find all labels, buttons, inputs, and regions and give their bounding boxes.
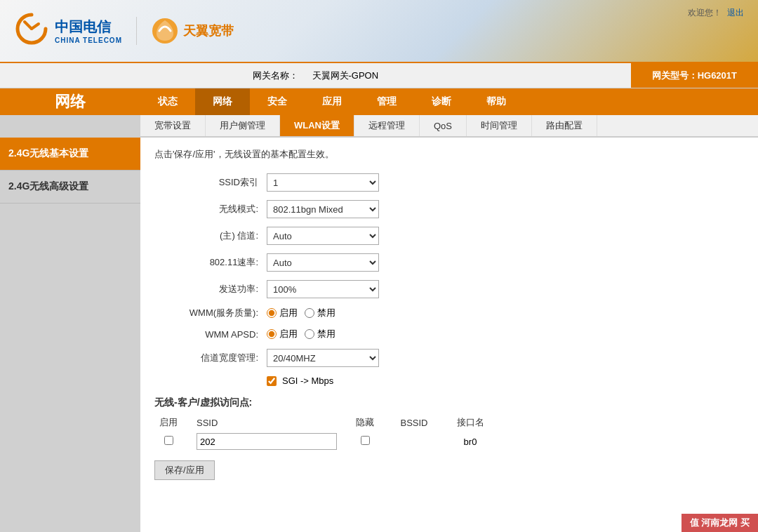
channel-bw-select[interactable]: 20/40MHZ 20MHZ 40MHZ	[267, 349, 379, 367]
network-section-label: 网络	[0, 88, 140, 115]
sub-nav-broadband[interactable]: 宽带设置	[140, 115, 206, 136]
nav-item-management[interactable]: 管理	[359, 88, 414, 115]
sidebar-item-basic[interactable]: 2.4G无线基本设置	[0, 138, 140, 171]
nav-item-security[interactable]: 安全	[250, 88, 305, 115]
settings-form: SSID索引 1 2 3 4 无线模式: 802.11bgn Mixed 8	[154, 173, 744, 386]
ssid-text-input[interactable]	[197, 433, 337, 450]
main-nav-wrapper: 网络 状态 网络 安全 应用 管理 诊断 帮助	[0, 88, 758, 115]
sub-nav-route[interactable]: 路由配置	[532, 115, 597, 136]
sgi-checkbox[interactable]	[267, 376, 277, 386]
sgi-row: SGI -> Mbps	[154, 375, 744, 386]
nav-item-network[interactable]: 网络	[195, 88, 250, 115]
channel-bw-row: 信道宽度管理: 20/40MHZ 20MHZ 40MHZ	[154, 349, 744, 367]
gateway-name-value: 天翼网关-GPON	[312, 69, 379, 82]
rate-row: 802.11速率: Auto 1M2M5.5M11M	[154, 253, 744, 272]
row-enable-checkbox[interactable]	[164, 436, 173, 445]
content-wrapper: 2.4G无线基本设置 2.4G无线高级设置 点击'保存/应用'，无线设置的基本配…	[0, 138, 758, 532]
wmmapsd-disable-radio[interactable]	[305, 329, 314, 339]
ssid-index-label: SSID索引	[154, 176, 267, 189]
channel-select[interactable]: Auto 1234 5678 91011	[267, 227, 379, 245]
nav-item-diagnosis[interactable]: 诊断	[414, 88, 469, 115]
tx-power-label: 发送功率:	[154, 283, 267, 295]
save-apply-button[interactable]: 保存/应用	[154, 460, 215, 480]
gateway-type-value: HG6201T	[698, 70, 737, 81]
wmmapsd-disable-label: 禁用	[317, 328, 335, 340]
wmm-enable-option[interactable]: 启用	[267, 307, 298, 319]
ssid-index-select[interactable]: 1 2 3 4	[267, 173, 379, 192]
gateway-type-area: 网关型号： HG6201T	[631, 63, 758, 88]
rate-label: 802.11速率:	[154, 256, 267, 269]
nav-item-apps[interactable]: 应用	[305, 88, 359, 115]
channel-bw-label: 信道宽度管理:	[154, 352, 267, 364]
wmm-disable-option[interactable]: 禁用	[305, 307, 335, 319]
col-interface-header: 接口名	[449, 416, 491, 429]
logo-english-text: CHINA TELECOM	[55, 36, 122, 44]
sub-nav: 宽带设置 用户侧管理 WLAN设置 远程管理 QoS 时间管理 路由配置	[140, 115, 758, 138]
wmm-enable-radio[interactable]	[267, 308, 277, 318]
channel-control: Auto 1234 5678 91011	[267, 227, 379, 245]
wireless-table: 启用 SSID 隐藏 BSSID 接口名 br0	[154, 416, 744, 450]
wmm-control: 启用 禁用	[267, 307, 335, 319]
logout-link[interactable]: 退出	[727, 8, 744, 18]
sub-nav-time[interactable]: 时间管理	[467, 115, 532, 136]
china-telecom-logo: 中国电信 CHINA TELECOM	[14, 11, 122, 51]
gateway-info: 网关名称： 天翼网关-GPON	[0, 63, 631, 88]
wmm-enable-label: 启用	[279, 307, 298, 319]
row-hide-checkbox[interactable]	[361, 436, 370, 445]
logo-chinese-text: 中国电信	[55, 18, 122, 36]
row-hide-cell	[351, 436, 379, 447]
col-bssid-header: BSSID	[393, 418, 435, 428]
sub-nav-wrapper: 宽带设置 用户侧管理 WLAN设置 远程管理 QoS 时间管理 路由配置	[0, 115, 758, 138]
main-nav-items: 状态 网络 安全 应用 管理 诊断 帮助	[140, 88, 758, 115]
wmm-label: WMM(服务质量):	[154, 307, 267, 319]
wmmapsd-label: WMM APSD:	[154, 329, 267, 340]
wmmapsd-row: WMM APSD: 启用 禁用	[154, 328, 744, 340]
top-info-bar: 网关名称： 天翼网关-GPON 网关型号： HG6201T	[0, 63, 758, 88]
tx-power-select[interactable]: 100% 75% 50% 25%	[267, 280, 379, 298]
sub-nav-qos[interactable]: QoS	[420, 115, 467, 136]
sidebar-item-advanced[interactable]: 2.4G无线高级设置	[0, 171, 140, 204]
watermark: 值 河南龙网 买	[681, 514, 758, 532]
gateway-type-label: 网关型号：	[652, 69, 698, 82]
main-content: 点击'保存/应用'，无线设置的基本配置生效。 SSID索引 1 2 3 4 无线…	[140, 138, 758, 532]
wmmapsd-enable-option[interactable]: 启用	[267, 328, 298, 340]
gateway-name-label: 网关名称：	[253, 69, 298, 82]
wireless-mode-row: 无线模式: 802.11bgn Mixed 802.11b 802.11g 80…	[154, 200, 744, 218]
channel-label: (主) 信道:	[154, 230, 267, 242]
header-right-area: 欢迎您！ 退出	[688, 7, 744, 19]
channel-row: (主) 信道: Auto 1234 5678 91011	[154, 227, 744, 245]
wmm-row: WMM(服务质量): 启用 禁用	[154, 307, 744, 319]
wireless-table-header: 启用 SSID 隐藏 BSSID 接口名	[154, 416, 744, 429]
tianyi-icon	[151, 17, 179, 45]
sidebar: 2.4G无线基本设置 2.4G无线高级设置	[0, 138, 140, 532]
nav-item-status[interactable]: 状态	[140, 88, 195, 115]
wmmapsd-control: 启用 禁用	[267, 328, 335, 340]
sgi-label: SGI -> Mbps	[282, 375, 333, 386]
ssid-index-row: SSID索引 1 2 3 4	[154, 173, 744, 192]
wmm-disable-radio[interactable]	[305, 308, 314, 318]
col-ssid-header: SSID	[197, 418, 337, 428]
wireless-mode-select[interactable]: 802.11bgn Mixed 802.11b 802.11g 802.11n	[267, 200, 379, 218]
wireless-mode-control: 802.11bgn Mixed 802.11b 802.11g 802.11n	[267, 200, 379, 218]
wmmapsd-enable-label: 启用	[279, 328, 298, 340]
main-nav: 状态 网络 安全 应用 管理 诊断 帮助	[140, 88, 758, 115]
sub-nav-wlan[interactable]: WLAN设置	[280, 115, 354, 136]
page-header: 中国电信 CHINA TELECOM 天翼宽带 欢迎您！ 退出	[0, 0, 758, 63]
wmmapsd-enable-radio[interactable]	[267, 329, 277, 339]
col-hide-header: 隐藏	[351, 416, 379, 429]
row-enable-cell	[154, 436, 182, 447]
tx-power-row: 发送功率: 100% 75% 50% 25%	[154, 280, 744, 298]
channel-bw-control: 20/40MHZ 20MHZ 40MHZ	[267, 349, 379, 367]
wmmapsd-disable-option[interactable]: 禁用	[305, 328, 335, 340]
sub-nav-user-mgmt[interactable]: 用户侧管理	[206, 115, 280, 136]
wmm-disable-label: 禁用	[317, 307, 335, 319]
tianyi-label: 天翼宽带	[183, 22, 234, 39]
table-row: br0	[154, 433, 744, 450]
nav-item-help[interactable]: 帮助	[469, 88, 524, 115]
logo-area: 中国电信 CHINA TELECOM 天翼宽带	[14, 11, 234, 51]
info-text: 点击'保存/应用'，无线设置的基本配置生效。	[154, 148, 744, 161]
sub-nav-remote[interactable]: 远程管理	[354, 115, 420, 136]
rate-select[interactable]: Auto 1M2M5.5M11M	[267, 253, 379, 272]
wireless-section-title: 无线-客户/虚拟访问点:	[154, 397, 744, 409]
ssid-index-control: 1 2 3 4	[267, 173, 379, 192]
